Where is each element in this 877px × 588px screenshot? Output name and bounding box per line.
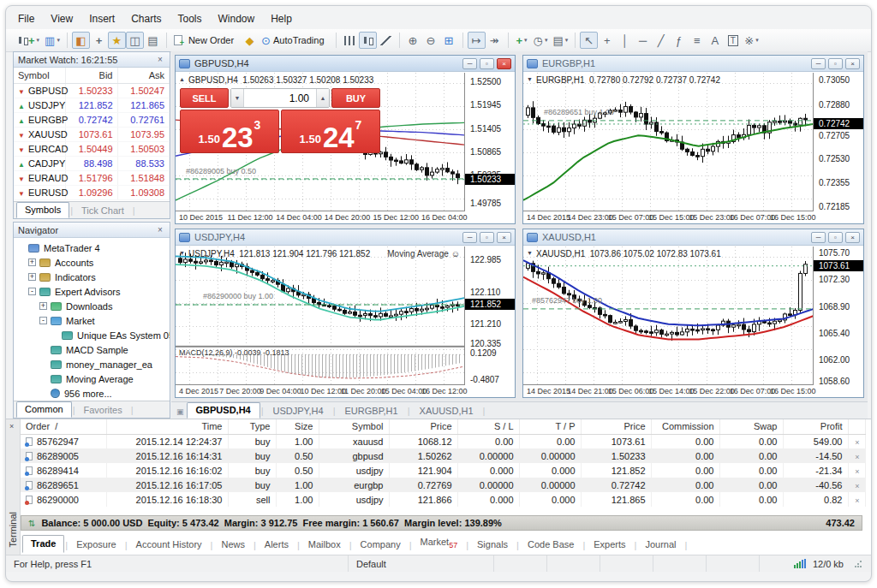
expand-icon[interactable]: +	[28, 273, 36, 281]
chart-plot-area[interactable]: ▼XAUUSD,H1 1073.86 1075.02 1072.83 1073.…	[523, 246, 814, 385]
minimize-button[interactable]: ─	[462, 232, 477, 243]
chart-window-gbpusd[interactable]: GBPUSD,H4─▫×▲GBPUSD,H4 1.50263 1.50327 1…	[175, 55, 516, 224]
column-header[interactable]: Price	[581, 419, 651, 434]
sell-price-panel[interactable]: 1.50233	[180, 110, 279, 153]
tree-item-money-manager-ea[interactable]: money_manager_ea	[14, 357, 170, 371]
vertical-line-button[interactable]: │	[616, 32, 634, 49]
strategy-tester-button[interactable]: ▤	[144, 32, 162, 49]
periods-button[interactable]: ◷▾	[531, 32, 551, 49]
chart-shift-button[interactable]: ↠	[486, 32, 504, 49]
scripts-button[interactable]: ◆	[241, 32, 259, 49]
trendline-button[interactable]: ╱	[652, 32, 670, 49]
close-button[interactable]: ×	[845, 232, 860, 243]
market-watch-row[interactable]: ▲USDJPY121.852121.865	[14, 98, 170, 112]
minimize-button[interactable]: ─	[811, 58, 826, 69]
close-order-icon[interactable]: ×	[855, 467, 859, 476]
menu-item-tools[interactable]: Tools	[178, 13, 202, 25]
terminal-tab-account-history[interactable]: Account History	[128, 537, 210, 553]
tree-item-accounts[interactable]: +Accounts	[14, 255, 170, 270]
ohlc-toggle-icon[interactable]: ▲	[179, 76, 185, 82]
chart-tab-gbpusd-h4[interactable]: GBPUSD,H4	[187, 402, 260, 419]
order-row[interactable]: 862894142015.12.16 16:16:02buy0.50usdjpy…	[21, 463, 865, 478]
navigator-tab-favorites[interactable]: Favorites	[75, 403, 129, 418]
terminal-tab-company[interactable]: Company	[353, 537, 409, 553]
tree-item-expert-advisors[interactable]: -Expert Advisors	[14, 284, 170, 299]
data-window-button[interactable]: +	[90, 32, 108, 49]
terminal-tab-experts[interactable]: Experts	[586, 537, 633, 553]
line-chart-button[interactable]	[377, 32, 395, 49]
collapse-icon[interactable]: -	[39, 317, 47, 324]
market-watch-toggle[interactable]: ◧	[72, 32, 90, 49]
minimize-button[interactable]: ─	[462, 58, 477, 69]
column-header[interactable]: T / P	[519, 419, 581, 434]
menu-item-view[interactable]: View	[51, 13, 73, 25]
buy-button[interactable]: BUY	[331, 88, 380, 108]
price-axis[interactable]: 122.985122.110121.210120.3350.1209-0.480…	[465, 246, 515, 385]
collapse-icon[interactable]: -	[28, 288, 36, 295]
fibonacci-button[interactable]: ƒ	[670, 32, 688, 49]
column-header[interactable]: Size	[276, 419, 319, 434]
ohlc-toggle-icon[interactable]: ▼	[527, 76, 533, 82]
ohlc-toggle-icon[interactable]: ▼	[527, 250, 533, 256]
terminal-tab-market[interactable]: Market57	[413, 534, 466, 553]
templates-button[interactable]: ▤▾	[550, 32, 570, 49]
volume-increase-button[interactable]: ▲	[316, 89, 329, 107]
tree-item-956-more-[interactable]: 956 more...	[14, 386, 170, 401]
status-profile[interactable]: Default	[349, 555, 494, 572]
chart-plot-area[interactable]: ▼EURGBP,H1 0.72780 0.72792 0.72737 0.727…	[523, 73, 814, 211]
close-icon[interactable]: ×	[155, 55, 165, 64]
tree-item-market[interactable]: -Market	[14, 313, 170, 328]
chart-window-xauusd[interactable]: XAUUSD,H1─▫×▼XAUUSD,H1 1073.86 1075.02 1…	[522, 229, 864, 398]
column-header[interactable]: Commission	[651, 419, 719, 434]
column-header[interactable]: Bid	[66, 68, 118, 83]
shapes-button[interactable]: ※▾	[742, 32, 761, 49]
terminal-tab-signals[interactable]: Signals	[469, 537, 516, 553]
tree-item-indicators[interactable]: +Indicators	[14, 270, 170, 284]
menu-item-help[interactable]: Help	[271, 13, 292, 25]
price-axis[interactable]: 1.525001.519451.514051.508651.503251.497…	[465, 73, 515, 211]
close-button[interactable]: ×	[497, 58, 511, 69]
close-order-icon[interactable]: ×	[855, 453, 859, 461]
horizontal-line-button[interactable]: ─	[634, 32, 652, 49]
chart-titlebar[interactable]: GBPUSD,H4─▫×	[176, 56, 515, 72]
chart-titlebar[interactable]: EURGBP,H1─▫×	[523, 56, 863, 72]
menu-item-insert[interactable]: Insert	[89, 13, 115, 25]
expand-icon[interactable]: +	[28, 258, 36, 266]
menu-item-file[interactable]: File	[18, 13, 34, 25]
restore-button[interactable]: ▫	[480, 232, 494, 243]
navigator-toggle[interactable]: ★	[108, 32, 126, 49]
time-axis[interactable]: 14 Dec 201514 Dec 21:0015 Dec 06:0015 De…	[523, 385, 814, 397]
chart-window-eurgbp[interactable]: EURGBP,H1─▫×▼EURGBP,H1 0.72780 0.72792 0…	[522, 55, 864, 224]
expand-icon[interactable]: +	[39, 302, 47, 310]
zoom-in-button[interactable]: ⊕	[404, 32, 422, 49]
column-header[interactable]: Price	[389, 419, 457, 434]
order-row[interactable]: 857629472015.12.14 12:24:37buy1.00xauusd…	[21, 434, 865, 448]
column-header[interactable]: Ask	[117, 68, 170, 83]
order-row[interactable]: 862900002015.12.16 16:18:30sell1.00usdjp…	[21, 492, 865, 507]
bar-chart-button[interactable]	[341, 32, 359, 49]
column-header[interactable]: S / L	[457, 419, 519, 434]
close-order-icon[interactable]: ×	[855, 482, 859, 490]
text-button[interactable]: A	[706, 32, 724, 49]
restore-button[interactable]: ▫	[480, 58, 494, 69]
order-row[interactable]: 862896512015.12.16 16:17:05buy1.00eurgbp…	[21, 478, 865, 492]
terminal-tab-alerts[interactable]: Alerts	[257, 537, 296, 553]
terminal-tab-mailbox[interactable]: Mailbox	[301, 537, 349, 553]
equidistant-lines-button[interactable]: ≡	[688, 32, 706, 49]
cursor-button[interactable]: ↖	[580, 32, 598, 49]
price-axis[interactable]: 0.730500.728800.727050.725300.723550.721…	[814, 73, 863, 211]
terminal-tab-journal[interactable]: Journal	[637, 537, 683, 553]
profiles-button[interactable]: ▥▾	[42, 32, 63, 49]
chart-tab-xauusd-h1[interactable]: XAUUSD,H1	[411, 404, 482, 419]
tree-item-moving-average[interactable]: Moving Average	[14, 371, 170, 386]
column-header[interactable]: Order /	[21, 419, 106, 434]
close-order-icon[interactable]: ×	[855, 438, 859, 447]
tree-item-metatrader-4[interactable]: MetaTrader 4	[14, 241, 170, 255]
column-header[interactable]: Time	[106, 419, 228, 434]
autotrading-button[interactable]: ⊙AutoTrading	[259, 32, 331, 49]
tree-item-macd-sample[interactable]: MACD Sample	[14, 342, 170, 357]
minimize-button[interactable]: ─	[811, 232, 826, 243]
balance-bar[interactable]: ⇅ Balance: 5 000.00 USD Equity: 5 473.42…	[21, 515, 862, 531]
market-watch-row[interactable]: ▼GBPUSD1.502331.50247	[14, 83, 170, 98]
order-row[interactable]: 862890052015.12.16 16:14:31buy0.50gbpusd…	[21, 448, 865, 463]
